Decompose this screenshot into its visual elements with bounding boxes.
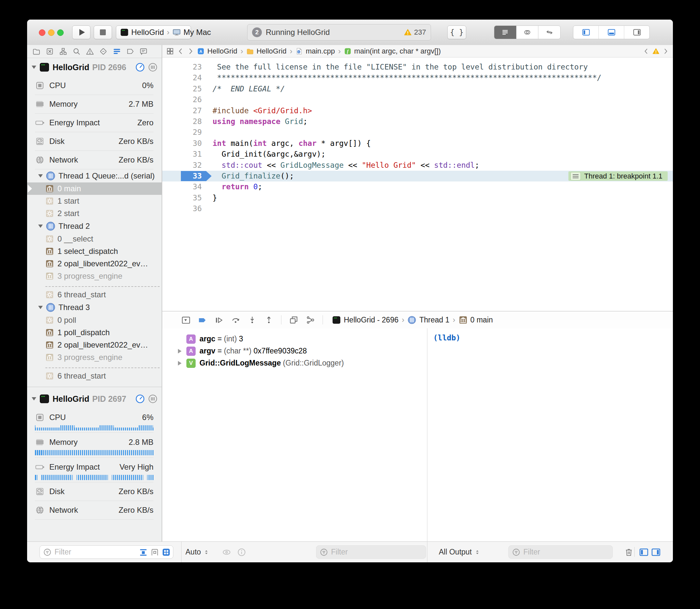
variable-row[interactable]: Aargv = (char **) 0x7ffee9039c28: [162, 345, 427, 357]
line-number[interactable]: 23: [162, 62, 202, 72]
assistant-editor-button[interactable]: [516, 26, 539, 39]
source-control-navigator-icon[interactable]: [46, 47, 54, 55]
disclosure-cell[interactable]: [178, 361, 186, 366]
stat-row-disk[interactable]: DiskZero KB/s: [35, 132, 153, 151]
code-snippets-button[interactable]: { }: [447, 25, 466, 39]
back-icon[interactable]: [177, 48, 184, 55]
line-number[interactable]: 26: [162, 94, 202, 105]
issue-warning-icon[interactable]: [652, 48, 660, 55]
issue-navigator-icon[interactable]: [86, 47, 94, 55]
variables-scope-popup[interactable]: Auto: [185, 542, 210, 562]
thread-row[interactable]: Thread 3: [27, 301, 161, 314]
variable-row[interactable]: Aargc = (int) 3: [162, 333, 427, 345]
thread-row[interactable]: Thread 2: [27, 220, 161, 233]
line-number[interactable]: 28: [162, 116, 202, 127]
stack-frame-row[interactable]: 2 start: [27, 207, 161, 220]
memory-graph-icon[interactable]: [306, 316, 315, 325]
pause-process-icon[interactable]: [148, 394, 158, 404]
disclosure-triangle-icon[interactable]: [38, 174, 43, 177]
variables-view[interactable]: Aargc = (int) 3Aargv = (char **) 0x7ffee…: [162, 328, 427, 542]
view-hierarchy-icon[interactable]: [289, 316, 298, 325]
next-issue-icon[interactable]: [663, 48, 669, 54]
line-number[interactable]: 34: [162, 181, 202, 192]
step-into-icon[interactable]: [248, 316, 257, 325]
view-process-by-queue-icon[interactable]: [162, 548, 170, 556]
debug-navigator-icon[interactable]: [113, 47, 121, 55]
line-number[interactable]: 35: [162, 193, 202, 203]
report-navigator-icon[interactable]: [139, 47, 148, 55]
stack-frame-row[interactable]: 0 poll: [27, 314, 161, 326]
line-number[interactable]: 31: [162, 149, 202, 160]
filter-crashed-icon[interactable]: [151, 548, 159, 556]
toggle-variables-view-button[interactable]: [639, 542, 649, 562]
minimize-window-button[interactable]: [48, 29, 54, 36]
line-number[interactable]: 33: [162, 171, 202, 181]
stat-row-disk[interactable]: DiskZero KB/s: [35, 482, 153, 501]
stat-row-memory[interactable]: Memory2.7 MB: [35, 95, 153, 114]
stack-frame-row[interactable]: 1 select_dispatch: [27, 245, 161, 258]
disclosure-triangle-icon[interactable]: [32, 66, 36, 69]
stat-row-energy-impact[interactable]: Energy ImpactVery High: [35, 457, 153, 476]
console-output-popup[interactable]: All Output: [439, 542, 481, 562]
continue-execution-icon[interactable]: [215, 316, 223, 325]
run-button[interactable]: [72, 25, 90, 39]
process-row[interactable]: HelloGridPID 2696: [27, 58, 161, 76]
stack-frame-row[interactable]: 0 main: [27, 182, 161, 195]
disclosure-triangle-icon[interactable]: [32, 397, 36, 400]
disclosure-triangle-icon[interactable]: [178, 361, 182, 366]
profile-gauge-icon[interactable]: [135, 394, 145, 404]
find-navigator-icon[interactable]: [72, 47, 81, 55]
variables-filter-field[interactable]: Filter: [316, 545, 426, 559]
close-window-button[interactable]: [39, 29, 45, 36]
disclosure-cell[interactable]: [178, 349, 186, 353]
line-number[interactable]: 27: [162, 105, 202, 116]
project-navigator-icon[interactable]: [32, 47, 40, 55]
stack-frame-row[interactable]: 0 __select: [27, 233, 161, 245]
standard-editor-button[interactable]: [494, 26, 516, 39]
line-number[interactable]: 24: [162, 72, 202, 83]
symbol-navigator-icon[interactable]: [59, 47, 67, 55]
line-number[interactable]: 25: [162, 84, 202, 94]
hide-debug-area-icon[interactable]: [181, 316, 190, 325]
step-over-icon[interactable]: [231, 316, 240, 325]
stat-row-network[interactable]: NetworkZero KB/s: [35, 501, 153, 520]
quicklook-button[interactable]: [222, 542, 231, 562]
stop-button[interactable]: [94, 25, 112, 39]
line-number[interactable]: 36: [162, 203, 202, 214]
stack-frame-row[interactable]: 3 progress_engine: [27, 270, 161, 282]
activity-status-view[interactable]: 2 Running HelloGrid 237: [247, 24, 431, 40]
toggle-console-button[interactable]: [651, 542, 661, 562]
breakpoint-badge[interactable]: Thread 1: breakpoint 1.1: [568, 171, 668, 181]
version-editor-button[interactable]: [539, 26, 560, 39]
stack-frame-row[interactable]: 2 opal_libevent2022_ev…: [27, 258, 161, 270]
stack-frame-row[interactable]: 6 thread_start: [27, 289, 161, 301]
console-output[interactable]: (lldb): [427, 328, 673, 542]
stack-frame-row[interactable]: 1 start: [27, 195, 161, 207]
previous-issue-icon[interactable]: [643, 48, 649, 54]
scheme-selector[interactable]: HelloGrid › My Mac: [116, 25, 191, 39]
disclosure-triangle-icon[interactable]: [38, 306, 43, 309]
profile-gauge-icon[interactable]: [135, 62, 145, 72]
stack-frame-row[interactable]: 6 thread_start: [27, 370, 161, 382]
console-filter-field[interactable]: Filter: [508, 545, 613, 559]
variable-row[interactable]: VGrid::GridLogMessage (Grid::GridLogger): [162, 357, 427, 369]
stat-row-network[interactable]: NetworkZero KB/s: [35, 151, 153, 169]
stat-row-memory[interactable]: Memory2.8 MB: [35, 433, 153, 451]
filter-breakpoints-icon[interactable]: [139, 548, 148, 556]
pause-process-icon[interactable]: [148, 62, 158, 72]
clear-console-button[interactable]: [624, 542, 633, 562]
warning-count[interactable]: 237: [404, 28, 426, 37]
forward-icon[interactable]: [187, 48, 194, 55]
stat-row-cpu[interactable]: CPU0%: [35, 76, 153, 95]
stack-frame-row[interactable]: 2 opal_libevent2022_ev…: [27, 339, 161, 351]
stat-row-energy-impact[interactable]: Energy ImpactZero: [35, 114, 153, 132]
toggle-inspector-button[interactable]: [624, 26, 649, 39]
test-navigator-icon[interactable]: [99, 47, 107, 55]
breakpoint-navigator-icon[interactable]: [126, 47, 134, 55]
breakpoints-toggle-icon[interactable]: [198, 316, 207, 325]
stack-frame-row[interactable]: 3 progress_engine: [27, 351, 161, 364]
step-out-icon[interactable]: [264, 316, 273, 325]
disclosure-triangle-icon[interactable]: [178, 349, 182, 353]
source-editor[interactable]: 23 See the full license in the file "LIC…: [162, 58, 673, 315]
stat-row-cpu[interactable]: CPU6%: [35, 408, 153, 427]
